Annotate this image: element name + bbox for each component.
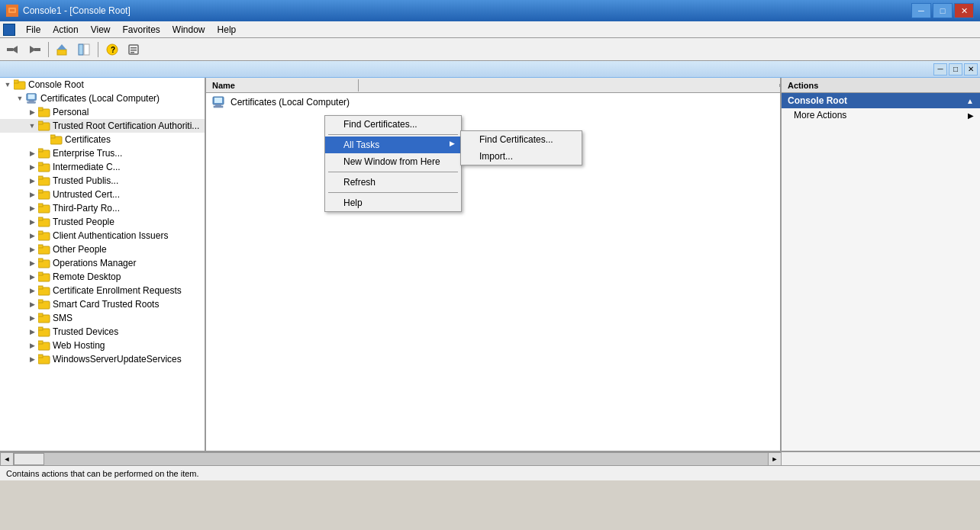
folder-icon-ops-mgr	[38, 258, 50, 268]
expand-console-root[interactable]: ▼	[2, 79, 14, 91]
svg-rect-42	[38, 231, 43, 234]
expand-ops-mgr[interactable]: ▶	[26, 257, 38, 269]
ctx-find-certs[interactable]: Find Certificates...	[325, 116, 461, 133]
status-bar: Contains actions that can be performed o…	[0, 465, 980, 480]
expand-cert-enrollment[interactable]: ▶	[26, 284, 38, 297]
scroll-left-button[interactable]: ◄	[0, 452, 14, 466]
tree-item-client-auth[interactable]: ▶ Client Authentication Issuers	[0, 229, 205, 243]
tree-item-trusted-pub[interactable]: ▶ Trusted Publis...	[0, 174, 205, 188]
tree-item-certificates[interactable]: ▶ Certificates	[0, 133, 205, 146]
menu-file[interactable]: File	[20, 23, 47, 37]
minimize-button[interactable]: ─	[911, 3, 931, 18]
status-text: Contains actions that can be performed o…	[6, 469, 199, 478]
svg-rect-21	[27, 101, 36, 103]
help-button[interactable]: ?	[102, 40, 122, 59]
tree-label-cert-enrollment: Certificate Enrollment Requests	[53, 285, 182, 296]
tree-item-sms[interactable]: ▶ SMS	[0, 311, 205, 325]
expand-web-hosting[interactable]: ▶	[26, 339, 38, 352]
maximize-button[interactable]: □	[933, 3, 953, 18]
menu-favorites[interactable]: Favorites	[117, 23, 166, 37]
expand-enterprise[interactable]: ▶	[26, 147, 38, 159]
ctx-new-window[interactable]: New Window from Here	[325, 153, 461, 170]
tree-label-intermediate: Intermediate C...	[53, 162, 121, 172]
expand-sms[interactable]: ▶	[26, 312, 38, 324]
expand-trusted-people[interactable]: ▶	[26, 216, 38, 228]
expand-untrusted[interactable]: ▶	[26, 188, 38, 201]
scroll-thumb[interactable]	[14, 453, 44, 465]
show-hide-button[interactable]	[74, 40, 94, 59]
svg-rect-36	[38, 190, 43, 193]
tree-item-remote-desktop[interactable]: ▶ Remote Desktop	[0, 270, 205, 284]
ctx-sep-2	[328, 172, 458, 172]
back-button[interactable]	[3, 40, 23, 59]
tree-item-wsus[interactable]: ▶ WindowsServerUpdateServices	[0, 352, 205, 366]
tree-item-other-people[interactable]: ▶ Other People	[0, 243, 205, 256]
expand-wsus[interactable]: ▶	[26, 353, 38, 365]
svg-rect-44	[38, 245, 43, 248]
properties-button[interactable]	[124, 40, 143, 59]
svg-rect-6	[34, 48, 40, 51]
tree-item-web-hosting[interactable]: ▶ Web Hosting	[0, 339, 205, 352]
col-header-extra[interactable]	[359, 84, 780, 87]
expand-trusted-root[interactable]: ▼	[26, 120, 38, 132]
menu-help[interactable]: Help	[211, 23, 243, 37]
center-item-label: Certificates (Local Computer)	[230, 97, 350, 108]
tree-item-console-root[interactable]: ▼ Console Root	[0, 78, 205, 92]
folder-icon-intermediate	[38, 162, 50, 172]
mdi-minimize-button[interactable]: ─	[933, 63, 947, 75]
folder-icon-client-auth	[38, 230, 50, 241]
expand-third-party[interactable]: ▶	[26, 202, 38, 214]
up-button[interactable]	[53, 40, 73, 59]
col-header-name[interactable]: Name	[206, 79, 359, 92]
submenu-all-tasks: Find Certificates... Import...	[460, 130, 582, 165]
tree-item-certs[interactable]: ▼ Certificates (Local Computer)	[0, 92, 205, 105]
ctx-help[interactable]: Help	[325, 194, 461, 211]
tree-item-trusted-devices[interactable]: ▶ Trusted Devices	[0, 325, 205, 339]
tree-label-smart-card: Smart Card Trusted Roots	[53, 299, 159, 310]
expand-trusted-pub[interactable]: ▶	[26, 175, 38, 187]
svg-rect-10	[84, 44, 89, 55]
menu-action[interactable]: Action	[47, 23, 84, 37]
mdi-restore-button[interactable]: □	[949, 63, 962, 75]
submenu-import[interactable]: Import...	[461, 148, 582, 165]
expand-remote-desktop[interactable]: ▶	[26, 271, 38, 283]
tree-item-third-party[interactable]: ▶ Third-Party Ro...	[0, 201, 205, 215]
tree-item-intermediate[interactable]: ▶ Intermediate C...	[0, 160, 205, 174]
expand-certs[interactable]: ▼	[14, 92, 26, 104]
svg-rect-26	[38, 121, 43, 124]
tree-item-trusted-root[interactable]: ▼ Trusted Root Certification Authoriti..…	[0, 119, 205, 133]
svg-rect-24	[38, 108, 43, 111]
tree-item-smart-card[interactable]: ▶ Smart Card Trusted Roots	[0, 297, 205, 311]
actions-more-actions[interactable]: More Actions ▶	[782, 108, 980, 122]
folder-icon-smart-card	[38, 299, 50, 310]
tree-label-untrusted: Untrusted Cert...	[53, 189, 120, 200]
expand-other-people[interactable]: ▶	[26, 243, 38, 255]
menu-window[interactable]: Window	[166, 23, 211, 37]
svg-rect-2	[10, 9, 15, 11]
expand-client-auth[interactable]: ▶	[26, 230, 38, 242]
tree-item-untrusted[interactable]: ▶ Untrusted Cert...	[0, 188, 205, 201]
tree-item-cert-enrollment[interactable]: ▶ Certificate Enrollment Requests	[0, 284, 205, 297]
close-button[interactable]: ✕	[954, 3, 974, 18]
tree-label-sms: SMS	[53, 313, 73, 323]
tree-label-enterprise: Enterprise Trus...	[53, 148, 122, 159]
tree-item-personal[interactable]: ▶ Personal	[0, 105, 205, 119]
tree-item-trusted-people[interactable]: ▶ Trusted People	[0, 215, 205, 229]
expand-personal[interactable]: ▶	[26, 106, 38, 118]
scroll-track[interactable]	[14, 452, 768, 466]
tree-item-enterprise[interactable]: ▶ Enterprise Trus...	[0, 146, 205, 160]
ctx-refresh[interactable]: Refresh	[325, 174, 461, 191]
forward-button[interactable]	[24, 40, 44, 59]
expand-intermediate[interactable]: ▶	[26, 161, 38, 173]
ctx-all-tasks[interactable]: All Tasks	[325, 137, 461, 153]
tree-label-console-root: Console Root	[28, 79, 84, 90]
folder-icon-trusted-root	[38, 120, 50, 131]
actions-console-root[interactable]: Console Root ▲	[782, 93, 980, 108]
tree-item-ops-mgr[interactable]: ▶ Operations Manager	[0, 256, 205, 270]
scroll-right-button[interactable]: ►	[768, 452, 782, 466]
expand-trusted-devices[interactable]: ▶	[26, 326, 38, 338]
menu-view[interactable]: View	[85, 23, 117, 37]
submenu-find-certs[interactable]: Find Certificates...	[461, 131, 582, 148]
mdi-close-button[interactable]: ✕	[964, 63, 978, 75]
expand-smart-card[interactable]: ▶	[26, 298, 38, 310]
